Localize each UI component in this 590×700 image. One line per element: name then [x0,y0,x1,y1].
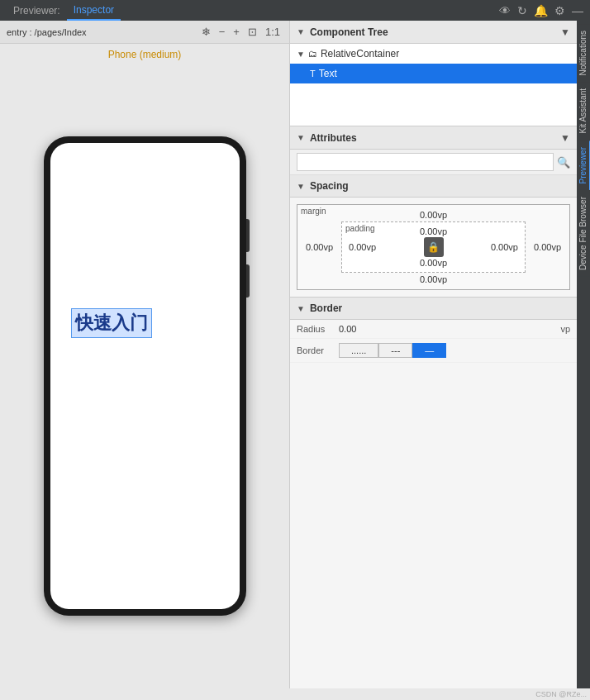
attributes-chevron-icon: ▼ [297,133,305,142]
component-tree-title: Component Tree [310,26,388,38]
fit-button[interactable]: ⊡ [245,24,259,40]
padding-right-value[interactable]: 0.00vp [488,240,521,254]
search-icon: 🔍 [557,156,570,169]
gear-icon[interactable]: ⚙ [554,4,565,17]
refresh-icon[interactable]: ↻ [517,4,527,17]
previewer-panel: entry : /pages/Index ❄ − + ⊡ 1:1 Phone (… [0,21,289,688]
tree-item-relativecontainer[interactable]: ▼ 🗂 RelativeContainer [290,44,577,64]
inspector-tab[interactable]: Inspector [67,0,121,21]
toolbar-icons: ❄ − + ⊡ 1:1 [199,24,283,40]
bell-icon[interactable]: 🔔 [534,4,548,17]
attributes-dropdown-icon[interactable]: ▼ [560,132,570,144]
border-header[interactable]: ▼ Border [290,297,577,320]
ratio-button[interactable]: 1:1 [263,24,283,40]
padding-bottom-value[interactable]: 0.00vp [345,257,521,269]
attributes-content: ▼ Spacing margin 0.00vp 0.00vp padding 0… [290,175,577,688]
spacing-header[interactable]: ▼ Spacing [290,175,577,198]
top-bar-icons: 👁 ↻ 🔔 ⚙ — [499,4,583,17]
border-chevron-icon: ▼ [297,304,305,313]
tree-expand-icon: ▼ [297,50,305,59]
margin-top-value[interactable]: 0.00vp [301,208,566,221]
lock-icon[interactable]: 🔒 [424,237,444,257]
main-layout: entry : /pages/Index ❄ − + ⊡ 1:1 Phone (… [0,21,590,688]
spacing-box: margin 0.00vp 0.00vp padding 0.00vp 0.00… [297,204,570,290]
right-sidebar: Notifications Kit Assistant Previewer De… [577,21,590,688]
border-style-buttons: ...... --- — [339,343,446,358]
zoom-out-button[interactable]: − [216,24,228,40]
radius-label: Radius [297,324,334,334]
zoom-in-button[interactable]: + [231,24,242,40]
search-bar: 🔍 [290,150,577,175]
border-style-solid[interactable]: — [412,343,446,358]
snowflake-icon[interactable]: ❄ [199,24,213,40]
phone-frame: 快速入门 [44,136,246,616]
margin-bottom-value[interactable]: 0.00vp [301,273,566,286]
top-bar: Previewer: Inspector 👁 ↻ 🔔 ⚙ — [0,0,590,21]
watermark: CSDN @RZe... [0,688,590,700]
sidebar-tab-notifications[interactable]: Notifications [577,24,591,82]
attributes-section: ▼ Attributes ▼ 🔍 ▼ Spacing margin 0.00vp [290,126,577,688]
border-style-row: Border ...... --- — [290,339,577,363]
phone-label: Phone (medium) [0,44,289,64]
phone-screen: 快速入门 [50,143,240,609]
tree-item-label: RelativeContainer [321,48,399,60]
previewer-toolbar: entry : /pages/Index ❄ − + ⊡ 1:1 [0,21,289,44]
margin-right-value[interactable]: 0.00vp [529,240,566,254]
text-icon: T [310,69,316,79]
text-element[interactable]: 快速入门 [71,308,152,338]
container-icon: 🗂 [308,49,317,59]
spacing-middle-row: 0.00vp padding 0.00vp 0.00vp 🔒 0.00vp 0.… [301,221,566,273]
component-tree-header: ▼ Component Tree ▼ [290,21,577,44]
component-tree: ▼ 🗂 RelativeContainer T Text [290,44,577,126]
spacing-title: Spacing [310,180,349,192]
side-button-2 [246,264,250,298]
tree-dropdown-icon[interactable]: ▼ [560,26,570,38]
tree-item-label: Text [319,68,337,79]
radius-value[interactable]: 0.00 [339,324,555,334]
tree-item-text[interactable]: T Text [290,64,577,83]
phone-container: 快速入门 [0,64,289,688]
minimize-icon[interactable]: — [572,4,583,17]
padding-middle-row: 0.00vp 🔒 0.00vp [345,237,521,257]
search-input[interactable] [297,153,554,171]
margin-label: margin [301,207,326,216]
padding-box: padding 0.00vp 0.00vp 🔒 0.00vp 0.00vp [341,221,526,273]
spacing-chevron-icon: ▼ [297,182,305,191]
sidebar-tab-device-file-browser[interactable]: Device File Browser [577,190,591,277]
padding-left-value[interactable]: 0.00vp [345,240,379,254]
previewer-tab[interactable]: Previewer: [7,0,67,21]
inspector-panel: ▼ Component Tree ▼ ▼ 🗂 RelativeContainer… [289,21,577,688]
eye-icon[interactable]: 👁 [499,4,511,17]
border-section: ▼ Border Radius 0.00 vp Border ...... --… [290,297,577,363]
sidebar-tab-kit-assistant[interactable]: Kit Assistant [577,82,591,140]
border-title: Border [310,302,342,314]
border-label: Border [297,345,334,355]
tree-chevron-icon: ▼ [297,27,305,36]
radius-unit: vp [560,324,570,334]
margin-left-value[interactable]: 0.00vp [301,240,338,254]
attributes-header: ▼ Attributes ▼ [290,126,577,150]
radius-row: Radius 0.00 vp [290,320,577,339]
attributes-title: Attributes [310,132,357,144]
padding-label: padding [345,224,375,233]
border-style-dotted[interactable]: ...... [339,343,378,358]
side-button-1 [246,219,250,252]
entry-path: entry : /pages/Index [7,27,194,37]
border-style-dashed[interactable]: --- [378,343,412,358]
sidebar-tab-previewer[interactable]: Previewer [577,140,591,190]
